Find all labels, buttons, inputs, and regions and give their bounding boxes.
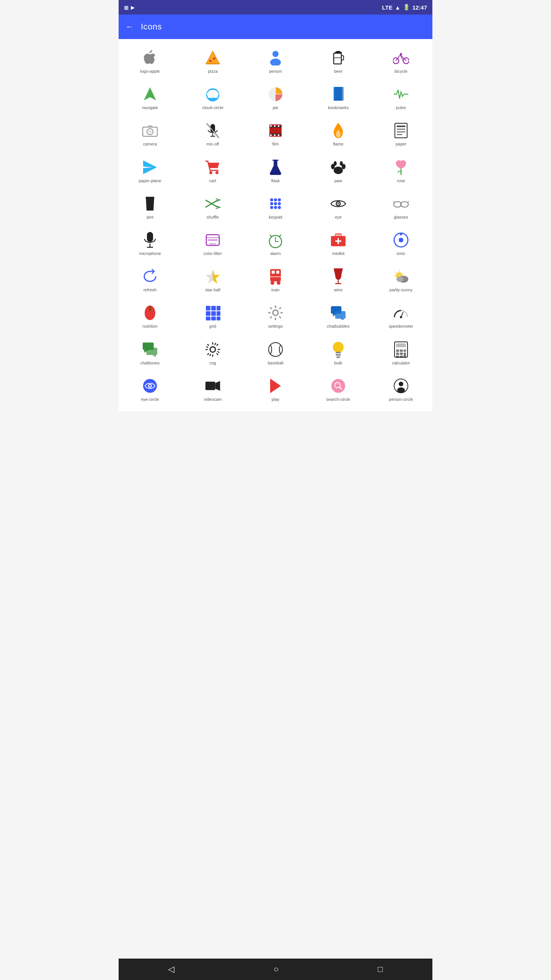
- app-header: ← Icons: [119, 15, 432, 39]
- icon-item-bookmarks[interactable]: bookmarks: [307, 79, 370, 116]
- icon-item-pizza[interactable]: pizza: [181, 43, 244, 79]
- icon-item-baseball[interactable]: baseball: [244, 335, 307, 371]
- nutrition-label: nutrition: [142, 324, 157, 329]
- star-half-icon: [205, 268, 221, 284]
- icon-item-cloud-circle[interactable]: cloud-circle: [181, 79, 244, 116]
- content-area: logo-applepizzapersonbeerbicyclenavigate…: [119, 39, 432, 434]
- icon-item-person[interactable]: person: [244, 43, 307, 79]
- svg-point-67: [270, 206, 273, 209]
- icon-item-train[interactable]: train: [244, 261, 307, 298]
- icon-item-shuffle[interactable]: shuffle: [181, 189, 244, 225]
- time-display: 12:47: [412, 4, 427, 11]
- grid-label: grid: [209, 324, 216, 329]
- icon-item-flask[interactable]: flask: [244, 152, 307, 189]
- icon-item-bicycle[interactable]: bicycle: [370, 43, 432, 79]
- star-half-label: star-half: [205, 287, 220, 292]
- svg-marker-155: [215, 381, 220, 391]
- icon-item-glasses[interactable]: glasses: [370, 189, 432, 225]
- svg-rect-147: [400, 353, 403, 355]
- pulse-label: pulse: [396, 105, 406, 110]
- icon-item-pie[interactable]: pie: [244, 79, 307, 116]
- icon-item-nutrition[interactable]: nutrition: [119, 298, 181, 334]
- svg-point-53: [334, 167, 343, 174]
- icon-item-eye[interactable]: eye: [307, 189, 370, 225]
- svg-point-124: [273, 310, 278, 315]
- svg-rect-146: [396, 353, 399, 355]
- ionic-label: ionic: [397, 251, 406, 256]
- medkit-icon: [330, 232, 346, 248]
- status-right: LTE ▲ 🔋 12:47: [382, 4, 427, 11]
- microphone-label: microphone: [139, 251, 161, 256]
- icon-item-flame[interactable]: flame: [307, 116, 370, 152]
- speedometer-icon: [393, 305, 409, 321]
- svg-point-72: [337, 203, 339, 204]
- icon-item-star-half[interactable]: star-half: [181, 261, 244, 298]
- icon-item-refresh[interactable]: refresh: [119, 261, 181, 298]
- icon-item-speedometer[interactable]: speedometer: [370, 298, 432, 334]
- icon-item-paper-plane[interactable]: paper-plane: [119, 152, 181, 189]
- back-button[interactable]: ←: [126, 22, 134, 32]
- mic-off-label: mic-off: [207, 142, 219, 147]
- pie-label: pie: [273, 105, 279, 110]
- icon-item-play[interactable]: play: [244, 371, 307, 407]
- icon-item-settings[interactable]: settings: [244, 298, 307, 334]
- icon-item-keypad[interactable]: keypad: [244, 189, 307, 225]
- svg-line-89: [279, 235, 281, 237]
- icon-item-paper[interactable]: paper: [370, 116, 432, 152]
- beer-icon: [330, 50, 346, 66]
- flask-label: flask: [271, 178, 280, 183]
- svg-point-66: [278, 202, 281, 205]
- icon-item-partly-sunny[interactable]: partly-sunny: [370, 261, 432, 298]
- icon-item-cog[interactable]: cog: [181, 335, 244, 371]
- svg-rect-149: [396, 356, 399, 358]
- icon-item-chatboxes[interactable]: chatboxes: [119, 335, 181, 371]
- icon-item-paw[interactable]: paw: [307, 152, 370, 189]
- icon-item-pint[interactable]: pint: [119, 189, 181, 225]
- flask-icon: [267, 159, 284, 175]
- icon-item-calculator[interactable]: calculator: [370, 335, 432, 371]
- icon-item-pulse[interactable]: pulse: [370, 79, 432, 116]
- icon-item-film[interactable]: film: [244, 116, 307, 152]
- icon-item-wine[interactable]: wine: [307, 261, 370, 298]
- icon-item-videocam[interactable]: videocam: [181, 371, 244, 407]
- svg-marker-12: [144, 87, 156, 100]
- icon-item-camera[interactable]: camera: [119, 116, 181, 152]
- chatboxes-icon: [142, 341, 158, 358]
- svg-point-137: [333, 342, 344, 353]
- icon-item-microphone[interactable]: microphone: [119, 225, 181, 261]
- svg-point-157: [331, 379, 345, 393]
- icon-item-grid[interactable]: grid: [181, 298, 244, 334]
- svg-rect-119: [211, 311, 216, 316]
- svg-marker-47: [143, 160, 157, 174]
- refresh-icon: [142, 268, 158, 284]
- icon-item-rose[interactable]: rose: [370, 152, 432, 189]
- svg-marker-156: [270, 379, 281, 393]
- svg-rect-83: [208, 239, 218, 241]
- icon-item-medkit[interactable]: medkit: [307, 225, 370, 261]
- icon-item-search-circle[interactable]: search-circle: [307, 371, 370, 407]
- svg-point-1: [209, 60, 212, 62]
- icon-item-chatbubbles[interactable]: chatbubbles: [307, 298, 370, 334]
- icon-item-cart[interactable]: cart: [181, 152, 244, 189]
- svg-point-74: [401, 201, 408, 207]
- play-label: play: [272, 397, 279, 402]
- icon-item-eye-circle[interactable]: eye-circle: [119, 371, 181, 407]
- cloud-circle-label: cloud-circle: [202, 105, 223, 110]
- icon-item-beer[interactable]: beer: [307, 43, 370, 79]
- icon-item-person-circle[interactable]: person-circle: [370, 371, 432, 407]
- icon-item-ionic[interactable]: ionic: [370, 225, 432, 261]
- svg-rect-127: [335, 311, 346, 319]
- svg-point-73: [394, 201, 401, 207]
- pint-icon: [142, 196, 158, 212]
- lte-label: LTE: [382, 4, 393, 11]
- svg-rect-41: [395, 123, 407, 138]
- icon-item-logo-apple[interactable]: logo-apple: [119, 43, 181, 79]
- icon-item-bulb[interactable]: bulb: [307, 335, 370, 371]
- icon-item-mic-off[interactable]: mic-off: [181, 116, 244, 152]
- svg-marker-0: [206, 51, 220, 64]
- navigate-icon: [142, 86, 158, 102]
- icon-item-alarm[interactable]: alarm: [244, 225, 307, 261]
- chatbubbles-icon: [330, 305, 346, 321]
- icon-item-color-filter[interactable]: color-filter: [181, 225, 244, 261]
- icon-item-navigate[interactable]: navigate: [119, 79, 181, 116]
